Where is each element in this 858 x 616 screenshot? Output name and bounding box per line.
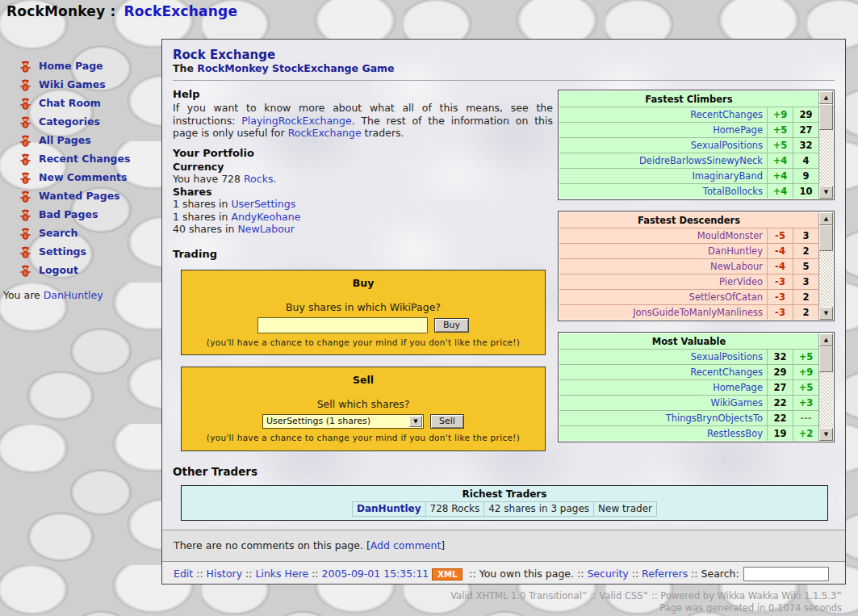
buy-button[interactable]: Buy: [434, 318, 469, 333]
stat-page-link[interactable]: MouldMonster: [697, 230, 763, 241]
scroll-down-icon[interactable]: ▼: [819, 307, 833, 320]
toolbar-link-2005-09-01-15-35-11[interactable]: 2005-09-01 15:35:11: [322, 568, 429, 580]
sell-button[interactable]: Sell: [430, 414, 464, 429]
page-name-link[interactable]: RockExchange: [124, 3, 238, 19]
monkey-icon: [19, 78, 31, 91]
scrollbar[interactable]: ▲▼: [818, 91, 833, 199]
scrollbar-track[interactable]: [819, 130, 833, 186]
sidebar-item-label: Home Page: [39, 60, 103, 72]
scroll-up-icon[interactable]: ▲: [819, 91, 833, 104]
share-page-link[interactable]: NewLabour: [237, 223, 295, 235]
stat-page-link[interactable]: RestlessBoy: [707, 428, 763, 439]
scroll-down-icon[interactable]: ▼: [819, 186, 833, 199]
validation-link[interactable]: Powered by Wikka Wakka Wiki 1.1.5.3: [660, 590, 836, 601]
share-page-link[interactable]: UserSettings: [231, 198, 295, 210]
validation-link[interactable]: Valid CSS: [600, 590, 643, 601]
sell-shares-select[interactable]: UserSettings (1 shares) ▼: [262, 414, 424, 429]
stat-value-cell: 29: [793, 107, 819, 123]
sell-question: Sell which shares?: [182, 398, 545, 410]
scroll-down-icon[interactable]: ▼: [819, 428, 833, 441]
content-column: Rock Exchange The RockMonkey StockExchan…: [161, 39, 846, 585]
sidebar-item-recent-changes[interactable]: Recent Changes: [19, 149, 131, 168]
sidebar-item-bad-pages[interactable]: Bad Pages: [19, 205, 131, 224]
stat-name-cell: SexualPositions: [559, 138, 768, 153]
credits: Valid XHTML 1.0 Transitional∞ :: Valid C…: [450, 587, 842, 614]
stat-page-link[interactable]: PierVideo: [719, 276, 763, 287]
stat-page-link[interactable]: DeidreBarlowsSinewyNeck: [639, 155, 763, 166]
sidebar-item-settings[interactable]: Settings: [19, 242, 131, 261]
stat-page-link[interactable]: SexualPositions: [691, 140, 763, 151]
stat-page-link[interactable]: SexualPositions: [691, 351, 763, 362]
stat-name-cell: HomePage: [559, 380, 768, 396]
trader-link[interactable]: DanHuntley: [357, 503, 421, 514]
sidebar-item-home-page[interactable]: Home Page: [19, 57, 131, 75]
stat-row: JonsGuideToManlyManliness-32: [559, 305, 818, 321]
scrollbar-track[interactable]: [819, 372, 833, 428]
stat-page-link[interactable]: RecentChanges: [690, 109, 763, 120]
scrollbar[interactable]: ▲▼: [818, 212, 833, 320]
stat-page-link[interactable]: SettlersOfCatan: [689, 291, 763, 303]
footer-search-input[interactable]: [743, 567, 829, 581]
sidebar-item-wiki-games[interactable]: Wiki Games: [19, 75, 131, 94]
sidebar-item-new-comments[interactable]: New Comments: [19, 168, 131, 186]
scrollbar-thumb[interactable]: [819, 104, 833, 130]
share-line: 1 shares in UserSettings: [173, 198, 553, 211]
stat-name-cell: NewLabour: [559, 259, 768, 274]
stat-page-link[interactable]: DanHuntley: [708, 245, 763, 257]
rocks-link[interactable]: Rocks: [244, 173, 273, 185]
monkey-icon: [19, 115, 31, 128]
trader-info-cell: 42 shares in 3 pages: [484, 501, 594, 516]
scrollbar-thumb[interactable]: [819, 346, 833, 372]
stat-page-link[interactable]: HomePage: [713, 124, 763, 136]
toolbar-link-history[interactable]: History: [207, 568, 242, 580]
stat-row: SettlersOfCatan-32: [559, 290, 818, 305]
stat-change-cell: +4: [768, 184, 793, 199]
validation-link[interactable]: Valid XHTML 1.0 Transitional: [450, 590, 582, 601]
rockexchange-link[interactable]: RockExchange: [288, 127, 362, 139]
select-dropdown-arrow-icon[interactable]: ▼: [409, 416, 422, 427]
subtitle-link[interactable]: RockMonkey StockExchange Game: [197, 62, 394, 74]
sidebar-item-logout[interactable]: Logout: [19, 261, 131, 279]
stat-page-link[interactable]: WikiGames: [711, 397, 763, 409]
scrollbar[interactable]: ▲▼: [818, 333, 833, 441]
sidebar-item-search[interactable]: Search: [19, 224, 131, 242]
playing-rockexchange-link[interactable]: PlayingRockExchange: [241, 115, 351, 127]
toolbar-link-security[interactable]: Security: [587, 568, 628, 580]
add-comment-link[interactable]: Add comment: [370, 539, 442, 551]
page-subtitle: The RockMonkey StockExchange Game: [173, 62, 835, 74]
stat-change-cell: ---: [793, 411, 819, 426]
sidebar-item-categories[interactable]: Categories: [19, 112, 131, 131]
currency-label: Currency: [173, 161, 553, 174]
xml-badge[interactable]: XML: [432, 568, 462, 580]
generation-time: Page was generated in 0.1074 seconds: [450, 602, 842, 614]
stat-page-link[interactable]: NewLabour: [710, 261, 763, 272]
current-user-link[interactable]: DanHuntley: [44, 289, 103, 301]
stat-page-link[interactable]: ThingsBrynObjectsTo: [666, 413, 763, 424]
stat-page-link[interactable]: TotalBollocks: [703, 186, 763, 197]
stat-page-link[interactable]: ImaginaryBand: [692, 170, 763, 182]
share-page-link[interactable]: AndyKeohane: [231, 211, 300, 223]
stat-value-cell: 3: [793, 274, 819, 290]
toolbar-link-edit[interactable]: Edit: [174, 568, 193, 580]
monkey-icon: [19, 134, 31, 147]
scrollbar-thumb[interactable]: [819, 225, 833, 251]
toolbar-link-referrers[interactable]: Referrers: [642, 568, 688, 580]
stat-change-cell: -3: [768, 290, 793, 305]
scrollbar-track[interactable]: [819, 251, 833, 307]
scroll-up-icon[interactable]: ▲: [819, 212, 833, 225]
comments-section: There are no comments on this page. [Add…: [162, 530, 845, 561]
toolbar-link-links-here[interactable]: Links Here: [255, 568, 308, 580]
sidebar-item-chat-room[interactable]: Chat Room: [19, 94, 131, 112]
sidebar-item-all-pages[interactable]: All Pages: [19, 131, 131, 149]
sidebar-item-wanted-pages[interactable]: Wanted Pages: [19, 186, 131, 205]
richest-traders-row: DanHuntley728 Rocks42 shares in 3 pagesN…: [353, 501, 657, 516]
stat-page-link[interactable]: HomePage: [713, 382, 763, 393]
scroll-up-icon[interactable]: ▲: [819, 333, 833, 346]
stat-change-cell: -4: [768, 244, 793, 259]
buy-input[interactable]: [257, 317, 428, 333]
stat-page-link[interactable]: JonsGuideToManlyManliness: [633, 307, 763, 318]
sidebar-item-label: Logout: [39, 264, 78, 276]
stat-page-link[interactable]: RecentChanges: [690, 367, 763, 378]
monkey-icon: [19, 97, 31, 110]
stat-name-cell: DanHuntley: [559, 244, 768, 259]
